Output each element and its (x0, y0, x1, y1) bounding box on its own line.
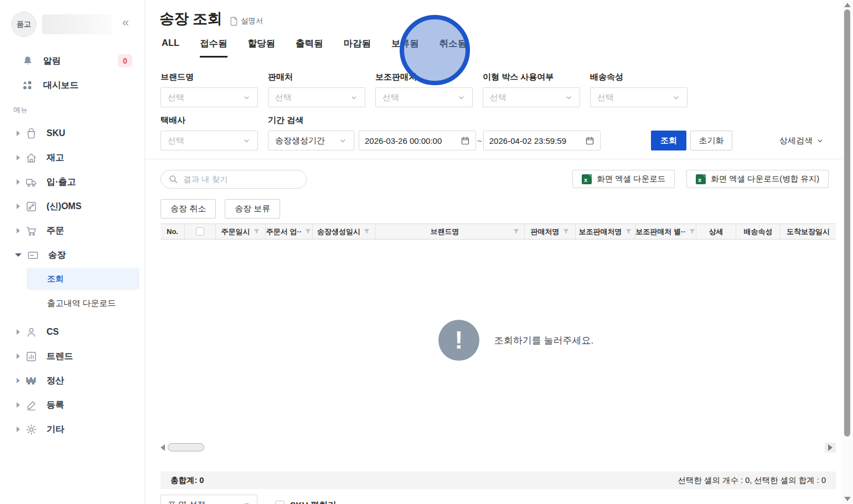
sidebar-item-inbound-outbound[interactable]: 입·출고 (0, 171, 144, 193)
search-button[interactable]: 조회 (651, 131, 686, 150)
invoice-actions: 송장 취소 송장 보류 (161, 199, 280, 219)
advanced-search-toggle[interactable]: 상세검색 (779, 136, 824, 146)
column-order-upload[interactable]: 주문서 업·· (266, 224, 313, 239)
seller-select[interactable]: 선택 (268, 87, 365, 107)
sidebar-item-label: (신)OMS (46, 201, 81, 212)
sidebar-item-trend[interactable]: 트렌드 (0, 345, 144, 367)
column-order-datetime[interactable]: 주문일시 (216, 224, 266, 239)
sidebar-item-inventory[interactable]: 재고 (0, 147, 144, 169)
column-invoice-created[interactable]: 송장생성일시 (313, 224, 375, 239)
chevron-down-icon (816, 137, 824, 145)
filter-funnel-icon[interactable] (253, 228, 260, 235)
horizontal-scrollbar (161, 443, 836, 453)
document-icon (230, 17, 238, 26)
select-value: 선택 (275, 92, 292, 103)
invoice-hold-button[interactable]: 송장 보류 (225, 199, 280, 219)
sidebar: 품고 « 알림 0 대시보드 메뉴 SKU (0, 0, 145, 504)
invoice-cancel-button[interactable]: 송장 취소 (161, 199, 216, 219)
filter-funnel-icon[interactable] (363, 228, 370, 235)
results-search[interactable] (161, 170, 307, 189)
column-brand[interactable]: 브랜드명 (375, 224, 525, 239)
column-sub-seller-name[interactable]: 보조판매처명 (576, 224, 635, 239)
tab-closed[interactable]: 마감됨 (344, 38, 371, 58)
search-input[interactable] (183, 175, 288, 184)
sidebar-header: 품고 « (0, 0, 144, 46)
chart-icon (24, 350, 38, 363)
cart-icon (24, 224, 38, 237)
truck-icon (24, 175, 38, 189)
sidebar-item-invoice[interactable]: 송장 (0, 244, 144, 266)
filter-label-sub-seller: 보조판매처 (375, 72, 473, 82)
sku-expand-toggle[interactable]: SKU 펼치기 (275, 500, 337, 504)
column-select-all[interactable] (185, 224, 216, 239)
period-type-select[interactable]: 송장생성기간 (268, 131, 354, 150)
sidebar-item-dashboard[interactable]: 대시보드 (0, 74, 144, 96)
sku-expand-checkbox[interactable] (275, 501, 285, 504)
sidebar-item-oms[interactable]: (신)OMS (0, 195, 144, 217)
sidebar-item-notifications[interactable]: 알림 0 (0, 50, 144, 72)
date-to-input[interactable]: 2026-04-02 23:59:59 (483, 131, 601, 150)
sidebar-collapse-button[interactable]: « (122, 17, 129, 29)
column-delivery-attribute[interactable]: 배송속성 (736, 224, 780, 239)
calendar-icon (585, 136, 594, 146)
sidebar-item-etc[interactable]: 기타 (0, 418, 144, 440)
section-divider (145, 159, 842, 159)
select-all-checkbox[interactable] (196, 227, 204, 236)
filter-funnel-icon[interactable] (562, 228, 570, 235)
status-tabs: ALL 접수됨 할당됨 출력됨 마감됨 보류됨 취소됨 (162, 38, 467, 58)
caret-right-icon (17, 179, 20, 185)
tab-cancelled[interactable]: 취소됨 (440, 38, 467, 58)
manual-link[interactable]: 설명서 (230, 16, 263, 26)
column-sub-seller-alias[interactable]: 보조판매처 별·· (635, 224, 696, 239)
tab-all[interactable]: ALL (162, 38, 179, 58)
scroll-left-arrow[interactable] (161, 444, 165, 451)
excel-download-button[interactable]: x 화면 엑셀 다운로드 (572, 170, 675, 188)
delivery-attribute-select[interactable]: 선택 (590, 87, 687, 107)
sidebar-item-settlement[interactable]: ₩ 정산 (0, 370, 144, 392)
filter-funnel-icon[interactable] (625, 228, 632, 235)
scroll-up-arrow[interactable] (844, 3, 851, 7)
special-box-select[interactable]: 선택 (483, 87, 580, 107)
select-value: 선택 (490, 92, 506, 103)
sidebar-item-label: 등록 (46, 399, 64, 411)
column-no[interactable]: No. (161, 224, 185, 239)
reset-button[interactable]: 초기화 (690, 131, 732, 150)
column-settings-select[interactable]: 표 열 설정 (161, 495, 257, 504)
sidebar-item-register[interactable]: 등록 (0, 394, 144, 416)
filter-funnel-icon[interactable] (689, 228, 696, 235)
filter-funnel-icon[interactable] (304, 228, 312, 235)
gear-icon (24, 423, 38, 436)
filter-funnel-icon[interactable] (513, 228, 520, 235)
caret-right-icon (17, 131, 20, 136)
brand-select[interactable]: 선택 (161, 87, 258, 107)
sidebar-subitem-shipping-history-download[interactable]: 출고내역 다운로드 (27, 292, 139, 314)
manual-link-label: 설명서 (241, 16, 263, 26)
svg-text:x: x (584, 176, 588, 183)
column-seller-name[interactable]: 판매처명 (525, 224, 576, 239)
carrier-select[interactable]: 선택 (161, 131, 258, 150)
sub-seller-select[interactable]: 선택 (375, 87, 473, 107)
sidebar-item-label: 입·출고 (46, 176, 76, 188)
sidebar-item-cs[interactable]: CS (0, 321, 144, 343)
tab-printed[interactable]: 출력됨 (296, 38, 323, 58)
tab-assigned[interactable]: 할당됨 (248, 38, 276, 58)
scroll-right-arrow[interactable] (825, 443, 836, 453)
logo-text: 품고 (17, 19, 31, 29)
chevron-down-icon (242, 93, 251, 102)
sidebar-item-sku[interactable]: SKU (0, 122, 144, 144)
vertical-scroll-thumb[interactable] (844, 9, 850, 437)
sku-expand-label: SKU 펼치기 (290, 500, 337, 504)
sidebar-item-orders[interactable]: 주문 (0, 220, 144, 242)
filter-label-carrier: 택배사 (161, 115, 258, 126)
excel-icon: x (696, 174, 706, 184)
column-detail[interactable]: 상세 (696, 224, 736, 239)
horizontal-scroll-thumb[interactable] (168, 443, 204, 451)
date-from-input[interactable]: 2026-03-26 00:00:00 (359, 131, 476, 150)
column-guaranteed-arrival[interactable]: 도착보장일시 (780, 224, 836, 239)
tab-held[interactable]: 보류됨 (391, 38, 419, 58)
sidebar-subitem-invoice-search[interactable]: 조회 (27, 268, 139, 290)
tab-received[interactable]: 접수됨 (200, 38, 228, 58)
excel-download-merged-button[interactable]: x 화면 엑셀 다운로드(병합 유지) (686, 170, 829, 188)
excel-download-merged-label: 화면 엑셀 다운로드(병합 유지) (711, 174, 819, 184)
scroll-down-arrow[interactable] (844, 497, 851, 501)
